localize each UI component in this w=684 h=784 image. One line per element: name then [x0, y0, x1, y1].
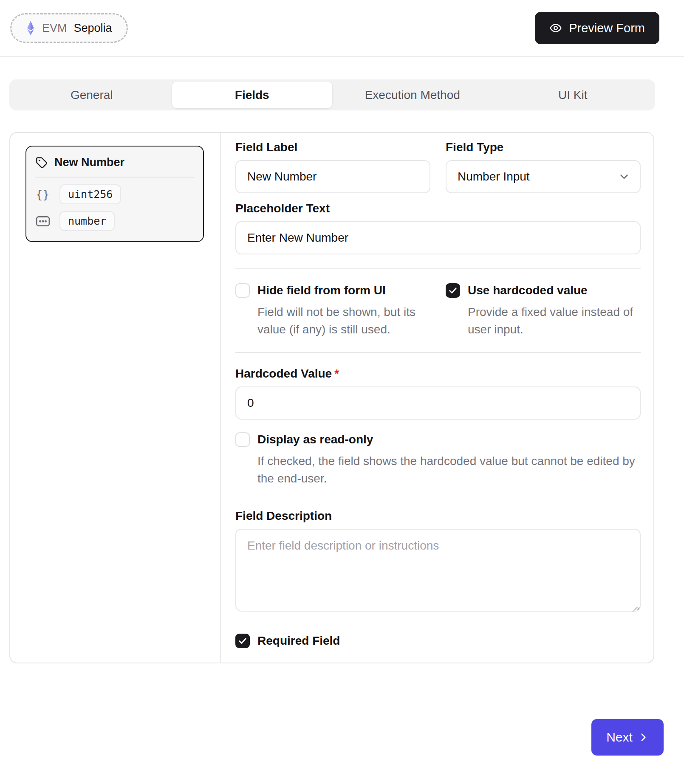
hardcoded-value-group: Hardcoded Value* — [235, 367, 641, 420]
display-readonly-group: Display as read-only If checked, the fie… — [235, 432, 641, 487]
hide-field-checkbox[interactable] — [235, 283, 250, 298]
field-card-solidity-type-row: {} uint256 — [26, 178, 203, 204]
tag-icon — [36, 157, 48, 169]
chevron-down-icon — [618, 170, 630, 183]
check-icon — [448, 286, 458, 295]
hide-field-group: Hide field from form UI Field will not b… — [235, 283, 430, 338]
field-label-label: Field Label — [235, 141, 430, 154]
use-hardcoded-label: Use hardcoded value — [468, 284, 588, 297]
field-description-textarea[interactable] — [235, 529, 641, 612]
display-readonly-label: Display as read-only — [257, 433, 373, 446]
use-hardcoded-checkbox[interactable] — [446, 283, 460, 298]
page-header: EVM Sepolia Preview Form — [0, 0, 684, 57]
display-readonly-description: If checked, the field shows the hardcode… — [257, 453, 641, 487]
eye-icon — [549, 22, 562, 34]
required-field-checkbox-row[interactable]: Required Field — [235, 634, 641, 648]
use-hardcoded-description: Provide a fixed value instead of user in… — [468, 304, 641, 338]
field-card-new-number[interactable]: New Number {} uint256 number — [25, 146, 204, 242]
section-divider — [235, 268, 641, 269]
field-editor-column: Field Label Field Type Number Input Plac… — [221, 133, 653, 663]
hide-field-label: Hide field from form UI — [257, 284, 386, 297]
field-description-group: Field Description — [235, 509, 641, 612]
field-card-ui-type-row: number — [26, 204, 203, 241]
hardcoded-value-label: Hardcoded Value* — [235, 367, 641, 381]
field-card-title: New Number — [54, 156, 124, 169]
check-icon — [238, 636, 247, 646]
field-card-header: New Number — [26, 147, 203, 177]
hardcoded-value-input[interactable] — [235, 386, 641, 420]
preview-form-button[interactable]: Preview Form — [535, 12, 659, 44]
preview-form-label: Preview Form — [569, 21, 645, 35]
required-field-group: Required Field — [235, 634, 641, 648]
tab-fields[interactable]: Fields — [172, 82, 333, 108]
network-badge[interactable]: EVM Sepolia — [10, 13, 128, 43]
next-button-label: Next — [606, 730, 633, 745]
use-hardcoded-group: Use hardcoded value Provide a fixed valu… — [446, 283, 641, 338]
field-description-label: Field Description — [235, 509, 641, 523]
solidity-type-pill: uint256 — [59, 184, 121, 204]
display-readonly-checkbox-row[interactable]: Display as read-only — [235, 432, 641, 447]
field-type-group: Field Type Number Input — [446, 141, 641, 193]
tab-execution-method[interactable]: Execution Method — [332, 82, 493, 108]
field-type-select[interactable]: Number Input — [446, 160, 641, 193]
section-divider — [235, 352, 641, 353]
braces-icon: {} — [36, 188, 52, 201]
tab-bar: General Fields Execution Method UI Kit — [9, 79, 655, 110]
use-hardcoded-checkbox-row[interactable]: Use hardcoded value — [446, 283, 641, 298]
ethereum-icon — [26, 21, 35, 35]
placeholder-text-group: Placeholder Text — [235, 202, 641, 254]
network-name: Sepolia — [74, 22, 112, 35]
chain-label: EVM — [42, 22, 67, 35]
chevron-right-icon — [638, 732, 649, 743]
field-type-value: Number Input — [458, 170, 530, 183]
required-field-checkbox[interactable] — [235, 634, 250, 648]
ui-type-pill: number — [59, 211, 115, 231]
hide-field-checkbox-row[interactable]: Hide field from form UI — [235, 283, 430, 298]
field-label-input[interactable] — [235, 160, 430, 193]
tab-ui-kit[interactable]: UI Kit — [493, 82, 653, 108]
input-ellipsis-icon — [36, 216, 52, 227]
placeholder-text-label: Placeholder Text — [235, 202, 641, 215]
field-type-label: Field Type — [446, 141, 641, 154]
field-list-column: New Number {} uint256 number — [10, 133, 221, 663]
next-button[interactable]: Next — [591, 719, 664, 756]
hide-field-description: Field will not be shown, but its value (… — [257, 304, 430, 338]
field-label-group: Field Label — [235, 141, 430, 193]
placeholder-text-input[interactable] — [235, 221, 641, 254]
fields-panel: New Number {} uint256 number — [9, 132, 654, 663]
footer: Next — [9, 719, 664, 756]
tab-general[interactable]: General — [11, 82, 172, 108]
required-field-label: Required Field — [257, 634, 340, 648]
required-asterisk: * — [334, 367, 339, 380]
display-readonly-checkbox[interactable] — [235, 432, 250, 447]
